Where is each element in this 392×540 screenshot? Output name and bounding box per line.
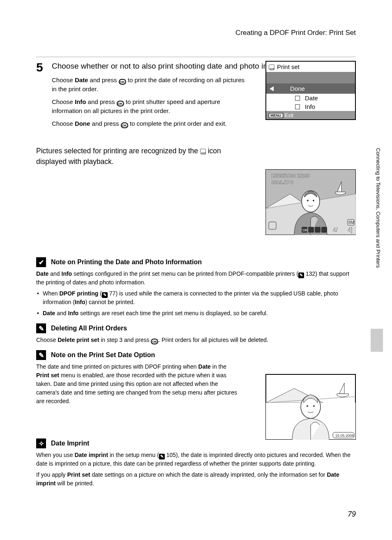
lcd-print-set-screen: Print set Done Date Info MENU Exit: [265, 61, 356, 120]
ok-icon: OK: [151, 339, 158, 344]
svg-point-2: [302, 191, 320, 212]
bulb-icon: ✧: [36, 438, 46, 448]
lcd-info-row: Info: [266, 102, 355, 111]
print-icon: [200, 149, 206, 154]
overlay-date: 15/05/2008 15:30: [271, 173, 310, 179]
svg-point-3: [307, 200, 309, 201]
svg-rect-5: [269, 222, 276, 229]
svg-text:4/: 4/: [333, 226, 338, 233]
page-number: 79: [348, 510, 356, 519]
imprint-date: 15.05.2008: [335, 434, 354, 438]
pencil-icon: ✎: [36, 350, 46, 360]
step-para-1: Choose Date and press OK to print the da…: [52, 76, 249, 93]
manual-ref-icon: ✎: [159, 454, 165, 459]
ok-icon: OK: [121, 122, 128, 128]
lcd-date-row: Date: [266, 94, 355, 102]
svg-rect-12: [308, 227, 314, 233]
selection-caret-icon: [270, 86, 274, 91]
note2-title: Deleting All Print Orders: [51, 325, 127, 332]
note4-title: Date Imprint: [51, 440, 89, 447]
svg-point-20: [313, 405, 315, 407]
svg-point-4: [313, 200, 314, 201]
lcd-footer: MENU Exit: [266, 111, 355, 119]
lcd-title: Print set: [277, 63, 300, 70]
manual-ref-icon: ✎: [298, 272, 304, 278]
sidebar-tab-marker: [371, 329, 383, 352]
ok-icon: OK: [119, 79, 126, 85]
lcd-done-row: Done: [266, 83, 355, 94]
step-para-3: Choose Done and press OK to complete the…: [52, 119, 249, 128]
svg-rect-13: [315, 227, 321, 233]
ok-icon: OK: [117, 101, 124, 106]
playback-illustration: 15/05/2008 15:30 0004.JPG 8M 4/ 4] OK: [265, 169, 356, 235]
caution-icon: ✔: [36, 257, 46, 267]
playback-note: Pictures selected for printing are recog…: [36, 145, 250, 167]
checkbox-icon: [295, 96, 300, 101]
step-para-2: Choose Info and press OK to print shutte…: [52, 97, 249, 115]
checkbox-icon: [295, 104, 300, 109]
print-icon: [269, 65, 274, 69]
note3-body: The date and time printed on pictures wi…: [36, 362, 238, 406]
manual-ref-icon: ✎: [102, 292, 108, 298]
note2-body: Choose Delete print set in step 3 and pr…: [36, 336, 356, 344]
pencil-icon: ✎: [36, 323, 46, 333]
svg-text:OK: OK: [302, 228, 308, 232]
note4-body: When you use Date imprint in the setup m…: [36, 451, 356, 488]
svg-rect-14: [321, 227, 327, 233]
svg-text:4]: 4]: [348, 226, 353, 233]
note1-body: Date and Info settings configured in the…: [36, 270, 356, 318]
svg-point-19: [307, 405, 308, 407]
date-option-illustration: 15.05.2008: [265, 374, 356, 440]
note3-title: Note on the Print Set Date Option: [51, 351, 155, 359]
page-header: Creating a DPOF Print Order: Print Set: [36, 0, 356, 57]
sidebar-section-label: Connecting to Televisions, Computers and…: [373, 148, 381, 321]
step-number: 5: [36, 61, 44, 132]
svg-text:8M: 8M: [348, 220, 354, 225]
overlay-file: 0004.JPG: [271, 180, 293, 185]
menu-badge-icon: MENU: [269, 113, 283, 118]
note1-title: Note on Printing the Date and Photo Info…: [51, 258, 202, 266]
